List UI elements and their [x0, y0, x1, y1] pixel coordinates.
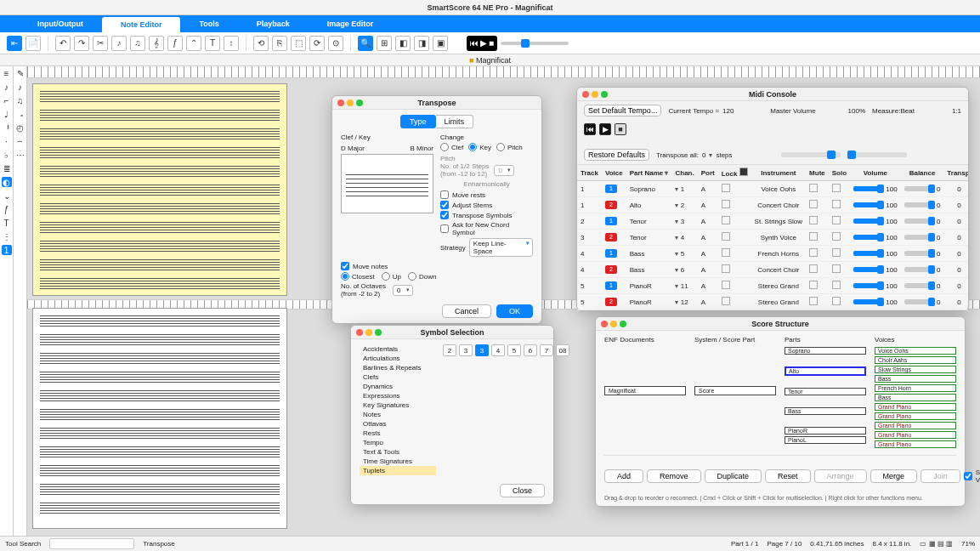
- mode-icon[interactable]: ♫: [15, 95, 25, 105]
- list-item[interactable]: Barlines & Repeats: [360, 363, 436, 372]
- redo-icon[interactable]: ↷: [74, 36, 89, 51]
- mode-icon[interactable]: 𝅗: [15, 109, 25, 119]
- part-node[interactable]: Soprano: [785, 347, 866, 355]
- part-node[interactable]: Tenor: [785, 388, 866, 395]
- zoom-icon[interactable]: [375, 329, 382, 336]
- palette-icon[interactable]: ⌄: [2, 190, 12, 201]
- merge-button[interactable]: Merge: [870, 469, 918, 483]
- table-row[interactable]: 51PianoR▾ 11AStereo Grand 100 00: [577, 278, 968, 294]
- palette-icon[interactable]: ⋮: [2, 231, 12, 241]
- check-adjust-stems[interactable]: Adjust Stems: [440, 201, 533, 209]
- tempo-slider[interactable]: [501, 42, 569, 45]
- tuplet-num-button[interactable]: 6: [524, 344, 537, 356]
- join-button[interactable]: Join: [921, 469, 960, 483]
- remove-button[interactable]: Remove: [647, 469, 701, 483]
- check-move-rests[interactable]: Move rests: [440, 190, 533, 199]
- col-part[interactable]: Part Name ▾: [626, 165, 672, 181]
- fit-icon[interactable]: ⊞: [377, 36, 392, 51]
- add-button[interactable]: Add: [604, 469, 643, 483]
- radio-up[interactable]: Up: [382, 272, 401, 281]
- cancel-button[interactable]: Cancel: [442, 304, 491, 318]
- measure-slider[interactable]: [847, 152, 907, 157]
- tuplet-num-button[interactable]: 5: [507, 344, 521, 356]
- check-transpose-symbols[interactable]: Transpose Symbols: [440, 211, 533, 219]
- part-node[interactable]: PianoR: [785, 427, 866, 435]
- part-node[interactable]: Bass: [785, 407, 866, 415]
- table-row[interactable]: 11Soprano▾ 1AVoice Oohs 100 00: [577, 181, 968, 197]
- tuplet-num-button[interactable]: 3: [475, 344, 489, 356]
- voice-node[interactable]: Bass: [875, 394, 956, 401]
- note-icon[interactable]: ♪: [111, 36, 127, 51]
- stop-icon[interactable]: ■: [489, 38, 494, 48]
- system-node[interactable]: Score: [694, 386, 776, 395]
- close-button[interactable]: Close: [500, 484, 545, 497]
- arrange-button[interactable]: Arrange: [814, 469, 867, 483]
- tab-input-output[interactable]: Input/Output: [19, 15, 102, 32]
- palette-icon[interactable]: ♩: [2, 109, 12, 119]
- palette-icon[interactable]: ·: [2, 136, 12, 146]
- rewind-icon[interactable]: ⏮: [470, 38, 479, 48]
- original-score-view[interactable]: [32, 308, 287, 529]
- set-default-tempo-button[interactable]: Set Default Tempo...: [584, 105, 661, 116]
- tab-type[interactable]: Type: [400, 115, 436, 128]
- tuplet-num-button[interactable]: 08: [556, 344, 569, 356]
- restore-defaults-button[interactable]: Restore Defaults: [584, 149, 649, 161]
- minimize-icon[interactable]: [610, 321, 617, 327]
- list-item[interactable]: Notes: [360, 410, 436, 419]
- close-icon[interactable]: [337, 99, 344, 106]
- reset-button[interactable]: Reset: [765, 469, 811, 483]
- voice-node[interactable]: Grand Piano: [875, 431, 956, 439]
- strategy-dropdown[interactable]: Keep Line-Space: [469, 238, 533, 257]
- voice-node[interactable]: Slow Strings: [875, 366, 956, 373]
- col-port[interactable]: Port: [698, 165, 718, 181]
- notes-icon[interactable]: ♫: [130, 36, 145, 51]
- cut-icon[interactable]: ✂: [93, 36, 108, 51]
- table-row[interactable]: 41Bass▾ 5AFrench Horns 100 00: [577, 246, 968, 262]
- mode-icon[interactable]: ✎: [15, 68, 25, 78]
- radio-clef[interactable]: Clef: [440, 143, 463, 151]
- palette-icon[interactable]: 𝄽: [2, 122, 12, 133]
- close-icon[interactable]: [356, 329, 363, 336]
- text-icon[interactable]: T: [205, 36, 220, 51]
- voice-node[interactable]: Bass: [875, 375, 956, 383]
- col-solo[interactable]: Solo: [829, 165, 850, 181]
- list-item[interactable]: Ottavas: [360, 419, 436, 429]
- close-icon[interactable]: [601, 321, 608, 327]
- minimize-icon[interactable]: [365, 329, 372, 336]
- tuplet-num-button[interactable]: 4: [491, 344, 505, 356]
- transpose-icon[interactable]: ↕: [224, 36, 239, 51]
- col-instr[interactable]: Instrument: [751, 165, 806, 181]
- zoom-icon[interactable]: [620, 321, 626, 327]
- minimize-icon[interactable]: [592, 91, 598, 98]
- view-icon[interactable]: ▣: [433, 36, 448, 51]
- list-item[interactable]: Expressions: [360, 391, 436, 400]
- play-icon[interactable]: ▶: [599, 123, 611, 135]
- stepper-icon[interactable]: ▾: [709, 151, 712, 159]
- col-balance[interactable]: Balance: [901, 165, 944, 181]
- part-node[interactable]: PianoL: [785, 436, 866, 444]
- tuplet-num-button[interactable]: 2: [443, 344, 456, 356]
- list-item[interactable]: Tuplets: [360, 466, 436, 475]
- tab-playback[interactable]: Playback: [238, 15, 309, 32]
- palette-icon[interactable]: ♪: [2, 82, 12, 92]
- select-icon[interactable]: ⬚: [291, 36, 306, 51]
- list-item[interactable]: Rests: [360, 429, 436, 438]
- recognized-score-view[interactable]: [32, 83, 287, 296]
- zoom-icon[interactable]: [356, 99, 363, 106]
- tab-image-editor[interactable]: Image Editor: [309, 15, 393, 32]
- table-row[interactable]: 12Alto▾ 2AConcert Choir 100 00: [577, 197, 968, 213]
- palette-icon[interactable]: ƒ: [2, 204, 12, 214]
- palette-icon[interactable]: ⌐: [2, 95, 12, 105]
- col-chan[interactable]: Chan.: [671, 165, 697, 181]
- refresh-icon[interactable]: ⟲: [253, 36, 269, 51]
- page-next-icon[interactable]: ◨: [414, 36, 429, 51]
- close-icon[interactable]: [582, 91, 589, 98]
- status-zoom[interactable]: 71%: [961, 540, 975, 548]
- voice-node[interactable]: Grand Piano: [875, 440, 956, 448]
- zoom-icon[interactable]: [601, 91, 608, 98]
- tuplet-num-button[interactable]: 3: [459, 344, 473, 356]
- col-voice[interactable]: Voice: [602, 165, 626, 181]
- radio-closest[interactable]: Closest: [341, 272, 375, 281]
- target-icon[interactable]: ⊙: [328, 36, 343, 51]
- show-voices-check[interactable]: Show Voices: [964, 469, 980, 484]
